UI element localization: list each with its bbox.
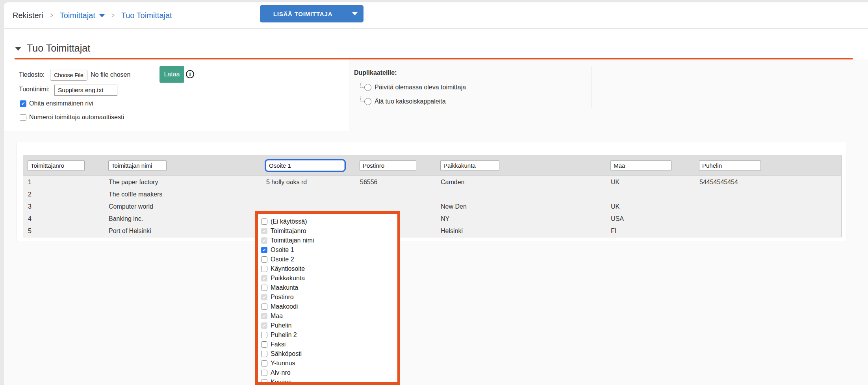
checkbox-icon[interactable] bbox=[261, 218, 267, 225]
chevron-down-icon bbox=[352, 12, 358, 15]
table-cell: 1 bbox=[23, 179, 104, 186]
table-row: 3Computer worldNew DenUK bbox=[23, 200, 841, 213]
duplicates-label: Duplikaateille: bbox=[354, 68, 397, 78]
chevron-down-icon[interactable] bbox=[99, 14, 105, 17]
breadcrumb-page-label: Tuo Toimittajat bbox=[121, 11, 172, 20]
dropdown-option[interactable]: Alv-nro bbox=[261, 368, 397, 378]
choose-file-button[interactable]: Choose File bbox=[50, 70, 87, 81]
checkbox-icon[interactable] bbox=[261, 370, 267, 376]
table-column-header bbox=[436, 160, 606, 171]
dropdown-option[interactable]: Osoite 1 bbox=[261, 245, 397, 255]
column-select-input[interactable] bbox=[28, 160, 85, 171]
breadcrumb-section-link[interactable]: Toimittajat bbox=[60, 11, 105, 20]
no-file-chosen-text: No file chosen bbox=[91, 70, 130, 80]
chevron-right-icon: > bbox=[111, 11, 115, 20]
table-cell: Computer world bbox=[104, 203, 262, 210]
section-header[interactable]: Tuo Toimittajat bbox=[15, 43, 90, 54]
table-column-header bbox=[104, 160, 262, 171]
dropdown-option[interactable]: Toimittajanro bbox=[261, 226, 397, 236]
dropdown-option[interactable]: Osoite 2 bbox=[261, 255, 397, 264]
auto-number-checkbox[interactable] bbox=[20, 114, 26, 121]
add-supplier-button[interactable]: LISÄÄ TOIMITTAJA bbox=[260, 5, 346, 22]
breadcrumb-section-label: Toimittajat bbox=[60, 11, 95, 20]
dropdown-option[interactable]: Maakoodi bbox=[261, 302, 397, 311]
info-icon[interactable] bbox=[186, 70, 194, 78]
table-column-header bbox=[695, 160, 842, 171]
table-cell: The cofffe maakers bbox=[104, 191, 262, 198]
column-select-input[interactable] bbox=[108, 160, 167, 171]
add-supplier-menu-button[interactable] bbox=[346, 5, 364, 22]
dropdown-option[interactable]: Käyntiosoite bbox=[261, 264, 397, 274]
dropdown-option[interactable]: Sähköposti bbox=[261, 349, 397, 359]
dropdown-option[interactable]: Faksi bbox=[261, 340, 397, 349]
table-cell: USA bbox=[606, 215, 695, 222]
column-select-input[interactable] bbox=[360, 160, 416, 171]
dropdown-option[interactable]: Paikkakunta bbox=[261, 274, 397, 283]
checkbox-icon[interactable] bbox=[261, 237, 267, 244]
checkbox-icon[interactable] bbox=[261, 360, 267, 366]
skip-duplicates-radio[interactable] bbox=[364, 98, 371, 105]
dropdown-option-label: Y-tunnus bbox=[271, 360, 295, 367]
checkbox-icon[interactable] bbox=[261, 294, 267, 300]
column-select-input[interactable] bbox=[610, 160, 671, 171]
update-existing-radio[interactable] bbox=[364, 84, 371, 91]
file-label: Tiedosto: bbox=[19, 70, 45, 80]
dropdown-option-label: Toimittajanro bbox=[271, 228, 306, 235]
dropdown-option-label: Toimittajan nimi bbox=[271, 237, 314, 244]
checkbox-icon[interactable] bbox=[261, 266, 267, 272]
table-row: 5Port of HelsinkiHelsinkiFI bbox=[23, 225, 841, 237]
table-cell: NY bbox=[436, 215, 606, 222]
checkbox-icon[interactable] bbox=[261, 275, 267, 281]
dropdown-option-label: Sähköposti bbox=[271, 350, 302, 357]
table-column-header bbox=[23, 160, 104, 171]
dropdown-option-label: Maakunta bbox=[271, 284, 298, 291]
table-column-header bbox=[355, 160, 436, 171]
checkbox-icon[interactable] bbox=[261, 313, 267, 319]
checkbox-icon[interactable] bbox=[261, 304, 267, 310]
table-cell: Camden bbox=[436, 179, 606, 186]
checkbox-icon[interactable] bbox=[261, 341, 267, 348]
checkbox-icon[interactable] bbox=[261, 256, 267, 263]
dropdown-option[interactable]: Puhelin bbox=[261, 321, 397, 330]
column-select-input[interactable] bbox=[440, 160, 499, 171]
import-name-input[interactable] bbox=[54, 85, 117, 96]
checkbox-icon[interactable] bbox=[261, 332, 267, 338]
checkbox-icon[interactable] bbox=[261, 285, 267, 291]
breadcrumb-page-link[interactable]: Tuo Toimittajat bbox=[121, 11, 172, 20]
upload-button[interactable]: Lataa bbox=[160, 66, 184, 83]
table-header-row bbox=[23, 155, 842, 176]
table-column-header bbox=[606, 160, 695, 171]
breadcrumb: Rekisteri > Toimittajat > Tuo Toimittaja… bbox=[4, 2, 868, 29]
dropdown-option[interactable]: Postinro bbox=[261, 292, 397, 302]
preview-table-panel: 1The paper factory5 holly oaks rd56556Ca… bbox=[17, 142, 846, 241]
checkbox-icon[interactable] bbox=[261, 351, 267, 357]
skip-first-row-label: Ohita ensimmäinen rivi bbox=[29, 98, 93, 109]
dropdown-option[interactable]: Kuvaus bbox=[261, 378, 397, 385]
dropdown-option-label: Maakoodi bbox=[271, 303, 298, 310]
table-cell: 5 holly oaks rd bbox=[262, 179, 355, 186]
dropdown-option-label: Paikkakunta bbox=[271, 275, 305, 282]
dropdown-option[interactable]: Maakunta bbox=[261, 283, 397, 292]
import-form: Tiedosto: Choose File No file chosen Lat… bbox=[4, 59, 868, 131]
checkbox-icon[interactable] bbox=[261, 247, 267, 253]
column-select-input[interactable] bbox=[699, 160, 761, 171]
skip-first-row-checkbox[interactable] bbox=[20, 100, 26, 107]
table-row: 1The paper factory5 holly oaks rd56556Ca… bbox=[23, 176, 841, 188]
dropdown-option[interactable]: Toimittajan nimi bbox=[261, 236, 397, 245]
dropdown-option-label: (Ei käytössä) bbox=[271, 218, 307, 225]
checkbox-icon[interactable] bbox=[261, 322, 267, 329]
table-cell: New Den bbox=[436, 203, 606, 210]
dropdown-option-label: Alv-nro bbox=[271, 369, 291, 376]
app-window: Rekisteri > Toimittajat > Tuo Toimittaja… bbox=[0, 0, 868, 385]
dropdown-option[interactable]: Y-tunnus bbox=[261, 359, 397, 368]
dropdown-option[interactable]: Maa bbox=[261, 311, 397, 321]
column-select-input[interactable] bbox=[266, 160, 345, 171]
checkbox-icon[interactable] bbox=[261, 228, 267, 234]
collapse-caret-icon[interactable] bbox=[15, 47, 21, 51]
checkbox-icon[interactable] bbox=[261, 379, 267, 385]
dropdown-option[interactable]: (Ei käytössä) bbox=[261, 217, 397, 226]
auto-number-label: Numeroi toimittaja automaattisesti bbox=[29, 112, 124, 122]
dropdown-option[interactable]: Puhelin 2 bbox=[261, 330, 397, 340]
column-mapping-dropdown: (Ei käytössä)ToimittajanroToimittajan ni… bbox=[255, 211, 400, 385]
chevron-right-icon: > bbox=[50, 11, 53, 20]
